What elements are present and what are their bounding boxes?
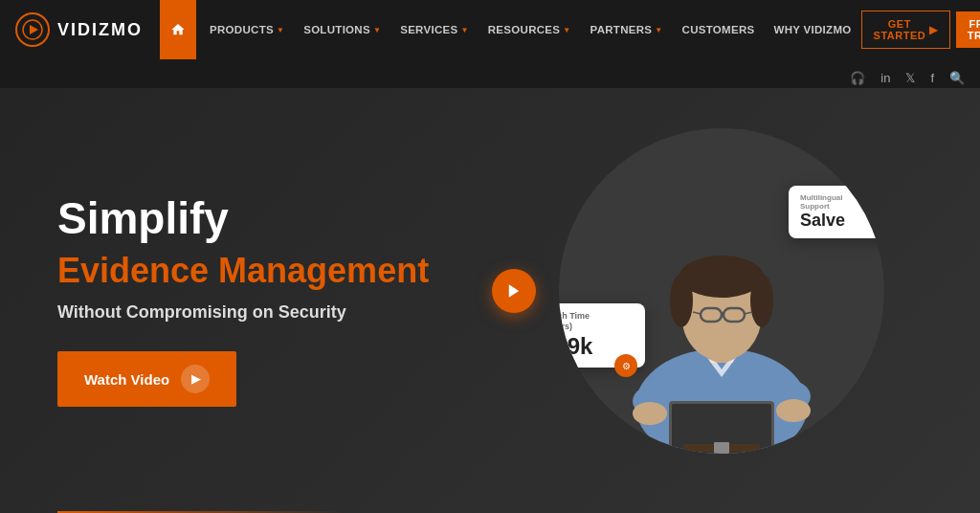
- social-row: 🎧 in 𝕏 f 🔍: [0, 59, 980, 88]
- dropdown-arrow: ▼: [277, 26, 284, 34]
- hero-title: Simplify: [57, 194, 536, 243]
- hero-image-area: Watch Time(Hours) 199k ⚙ 🌐 MultilingualS…: [521, 88, 923, 503]
- nav-resources[interactable]: RESOURCES ▼: [479, 0, 581, 59]
- linkedin-icon[interactable]: in: [880, 71, 890, 85]
- multilingual-card: 🌐 MultilingualSupport Salve: [789, 186, 884, 238]
- logo-icon: [15, 12, 50, 47]
- home-icon: [170, 22, 186, 37]
- brand-name: VIDIZMO: [57, 20, 143, 40]
- nav-products[interactable]: PRODUCTS ▼: [200, 0, 294, 59]
- svg-marker-2: [30, 25, 38, 34]
- nav-cta: GET STARTED ▶ FREE TRIAL: [861, 11, 980, 49]
- logo-area[interactable]: VIDIZMO: [15, 12, 143, 47]
- home-button[interactable]: [160, 0, 196, 59]
- watch-time-card: Watch Time(Hours) 199k ⚙: [559, 303, 645, 368]
- free-trial-button[interactable]: FREE TRIAL: [956, 11, 980, 48]
- hero-section: Simplify Evidence Management Without Com…: [0, 88, 980, 513]
- facebook-icon[interactable]: f: [930, 71, 934, 85]
- svg-point-20: [776, 399, 811, 422]
- arrow-icon: ▶: [929, 24, 938, 36]
- svg-point-10: [750, 274, 773, 327]
- multilingual-value: Salve: [800, 211, 882, 231]
- svg-rect-25: [714, 442, 729, 454]
- svg-point-19: [633, 402, 667, 425]
- hero-subtitle: Evidence Management: [57, 250, 536, 291]
- person-circle: Watch Time(Hours) 199k ⚙ 🌐 MultilingualS…: [559, 128, 884, 454]
- dropdown-arrow: ▼: [461, 26, 469, 34]
- nav-solutions[interactable]: SOLUTIONS ▼: [294, 0, 390, 59]
- nav-links: PRODUCTS ▼ SOLUTIONS ▼ SERVICES ▼ RESOUR…: [196, 0, 861, 59]
- hero-content: Simplify Evidence Management Without Com…: [57, 194, 536, 408]
- nav-services[interactable]: SERVICES ▼: [390, 0, 479, 59]
- dropdown-arrow: ▼: [655, 26, 662, 34]
- nav-customers[interactable]: CUSTOMERS: [673, 0, 765, 59]
- nav-why-vidizmo[interactable]: WHY VIDIZMO: [765, 0, 861, 59]
- watch-icon: ⚙: [614, 354, 637, 377]
- dropdown-arrow: ▼: [563, 26, 570, 34]
- search-icon[interactable]: 🔍: [949, 71, 965, 85]
- watch-time-label: Watch Time(Hours): [559, 311, 634, 333]
- nav-partners[interactable]: PARTNERS ▼: [581, 0, 673, 59]
- hero-description: Without Compromising on Security: [57, 302, 536, 323]
- headphone-icon[interactable]: 🎧: [850, 71, 865, 85]
- dropdown-arrow: ▼: [373, 26, 381, 34]
- svg-point-9: [670, 274, 693, 327]
- twitter-icon[interactable]: 𝕏: [905, 71, 915, 85]
- person-illustration: [559, 128, 884, 454]
- globe-icon: 🌐: [859, 174, 884, 201]
- get-started-button[interactable]: GET STARTED ▶: [861, 11, 950, 49]
- play-icon: ▶: [181, 365, 210, 393]
- navbar: VIDIZMO PRODUCTS ▼ SOLUTIONS ▼ SERVICES …: [0, 0, 980, 59]
- watch-video-button[interactable]: Watch Video ▶: [57, 351, 236, 407]
